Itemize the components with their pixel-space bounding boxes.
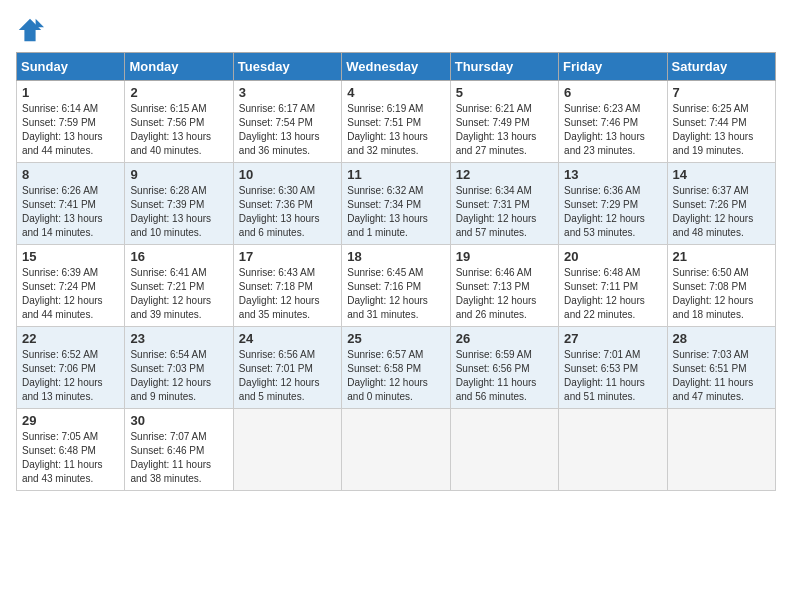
day-info: Sunrise: 6:17 AM Sunset: 7:54 PM Dayligh… <box>239 102 336 158</box>
day-info: Sunrise: 6:41 AM Sunset: 7:21 PM Dayligh… <box>130 266 227 322</box>
day-number: 5 <box>456 85 553 100</box>
day-info: Sunrise: 6:46 AM Sunset: 7:13 PM Dayligh… <box>456 266 553 322</box>
calendar-cell: 2 Sunrise: 6:15 AM Sunset: 7:56 PM Dayli… <box>125 81 233 163</box>
day-number: 21 <box>673 249 770 264</box>
calendar-cell <box>559 409 667 491</box>
day-info: Sunrise: 7:05 AM Sunset: 6:48 PM Dayligh… <box>22 430 119 486</box>
day-number: 22 <box>22 331 119 346</box>
day-number: 19 <box>456 249 553 264</box>
calendar-cell <box>450 409 558 491</box>
calendar-cell: 9 Sunrise: 6:28 AM Sunset: 7:39 PM Dayli… <box>125 163 233 245</box>
calendar-cell: 7 Sunrise: 6:25 AM Sunset: 7:44 PM Dayli… <box>667 81 775 163</box>
calendar-cell: 20 Sunrise: 6:48 AM Sunset: 7:11 PM Dayl… <box>559 245 667 327</box>
day-number: 4 <box>347 85 444 100</box>
logo <box>16 16 48 44</box>
day-number: 17 <box>239 249 336 264</box>
day-number: 12 <box>456 167 553 182</box>
calendar-body: 1 Sunrise: 6:14 AM Sunset: 7:59 PM Dayli… <box>17 81 776 491</box>
day-number: 11 <box>347 167 444 182</box>
day-info: Sunrise: 6:37 AM Sunset: 7:26 PM Dayligh… <box>673 184 770 240</box>
calendar-cell <box>342 409 450 491</box>
day-number: 10 <box>239 167 336 182</box>
calendar-cell: 19 Sunrise: 6:46 AM Sunset: 7:13 PM Dayl… <box>450 245 558 327</box>
day-number: 26 <box>456 331 553 346</box>
calendar-week-5: 29 Sunrise: 7:05 AM Sunset: 6:48 PM Dayl… <box>17 409 776 491</box>
calendar-week-3: 15 Sunrise: 6:39 AM Sunset: 7:24 PM Dayl… <box>17 245 776 327</box>
day-info: Sunrise: 6:36 AM Sunset: 7:29 PM Dayligh… <box>564 184 661 240</box>
weekday-header-monday: Monday <box>125 53 233 81</box>
day-number: 28 <box>673 331 770 346</box>
day-number: 23 <box>130 331 227 346</box>
day-info: Sunrise: 6:50 AM Sunset: 7:08 PM Dayligh… <box>673 266 770 322</box>
calendar-header: SundayMondayTuesdayWednesdayThursdayFrid… <box>17 53 776 81</box>
calendar-cell: 25 Sunrise: 6:57 AM Sunset: 6:58 PM Dayl… <box>342 327 450 409</box>
calendar-cell: 24 Sunrise: 6:56 AM Sunset: 7:01 PM Dayl… <box>233 327 341 409</box>
calendar-cell: 30 Sunrise: 7:07 AM Sunset: 6:46 PM Dayl… <box>125 409 233 491</box>
day-number: 2 <box>130 85 227 100</box>
calendar-cell: 12 Sunrise: 6:34 AM Sunset: 7:31 PM Dayl… <box>450 163 558 245</box>
calendar-cell: 11 Sunrise: 6:32 AM Sunset: 7:34 PM Dayl… <box>342 163 450 245</box>
day-info: Sunrise: 6:39 AM Sunset: 7:24 PM Dayligh… <box>22 266 119 322</box>
day-number: 30 <box>130 413 227 428</box>
calendar-week-1: 1 Sunrise: 6:14 AM Sunset: 7:59 PM Dayli… <box>17 81 776 163</box>
day-info: Sunrise: 6:43 AM Sunset: 7:18 PM Dayligh… <box>239 266 336 322</box>
day-info: Sunrise: 6:57 AM Sunset: 6:58 PM Dayligh… <box>347 348 444 404</box>
day-number: 13 <box>564 167 661 182</box>
day-info: Sunrise: 6:54 AM Sunset: 7:03 PM Dayligh… <box>130 348 227 404</box>
day-number: 20 <box>564 249 661 264</box>
calendar-cell: 22 Sunrise: 6:52 AM Sunset: 7:06 PM Dayl… <box>17 327 125 409</box>
day-number: 1 <box>22 85 119 100</box>
day-info: Sunrise: 6:28 AM Sunset: 7:39 PM Dayligh… <box>130 184 227 240</box>
calendar-cell: 26 Sunrise: 6:59 AM Sunset: 6:56 PM Dayl… <box>450 327 558 409</box>
calendar-cell: 21 Sunrise: 6:50 AM Sunset: 7:08 PM Dayl… <box>667 245 775 327</box>
weekday-header-row: SundayMondayTuesdayWednesdayThursdayFrid… <box>17 53 776 81</box>
calendar-cell: 13 Sunrise: 6:36 AM Sunset: 7:29 PM Dayl… <box>559 163 667 245</box>
calendar-cell: 17 Sunrise: 6:43 AM Sunset: 7:18 PM Dayl… <box>233 245 341 327</box>
day-info: Sunrise: 6:48 AM Sunset: 7:11 PM Dayligh… <box>564 266 661 322</box>
day-info: Sunrise: 6:14 AM Sunset: 7:59 PM Dayligh… <box>22 102 119 158</box>
day-number: 18 <box>347 249 444 264</box>
day-number: 7 <box>673 85 770 100</box>
day-info: Sunrise: 6:25 AM Sunset: 7:44 PM Dayligh… <box>673 102 770 158</box>
calendar-week-2: 8 Sunrise: 6:26 AM Sunset: 7:41 PM Dayli… <box>17 163 776 245</box>
calendar-cell: 28 Sunrise: 7:03 AM Sunset: 6:51 PM Dayl… <box>667 327 775 409</box>
calendar-cell <box>667 409 775 491</box>
calendar-cell: 23 Sunrise: 6:54 AM Sunset: 7:03 PM Dayl… <box>125 327 233 409</box>
day-info: Sunrise: 6:34 AM Sunset: 7:31 PM Dayligh… <box>456 184 553 240</box>
day-info: Sunrise: 6:15 AM Sunset: 7:56 PM Dayligh… <box>130 102 227 158</box>
logo-icon <box>16 16 44 44</box>
calendar-cell: 29 Sunrise: 7:05 AM Sunset: 6:48 PM Dayl… <box>17 409 125 491</box>
day-info: Sunrise: 6:21 AM Sunset: 7:49 PM Dayligh… <box>456 102 553 158</box>
day-number: 27 <box>564 331 661 346</box>
day-number: 29 <box>22 413 119 428</box>
calendar-cell: 8 Sunrise: 6:26 AM Sunset: 7:41 PM Dayli… <box>17 163 125 245</box>
calendar-cell: 27 Sunrise: 7:01 AM Sunset: 6:53 PM Dayl… <box>559 327 667 409</box>
calendar-table: SundayMondayTuesdayWednesdayThursdayFrid… <box>16 52 776 491</box>
day-info: Sunrise: 7:07 AM Sunset: 6:46 PM Dayligh… <box>130 430 227 486</box>
calendar-cell: 6 Sunrise: 6:23 AM Sunset: 7:46 PM Dayli… <box>559 81 667 163</box>
day-info: Sunrise: 7:03 AM Sunset: 6:51 PM Dayligh… <box>673 348 770 404</box>
day-info: Sunrise: 6:30 AM Sunset: 7:36 PM Dayligh… <box>239 184 336 240</box>
day-info: Sunrise: 6:32 AM Sunset: 7:34 PM Dayligh… <box>347 184 444 240</box>
day-number: 16 <box>130 249 227 264</box>
page-header <box>16 16 776 44</box>
weekday-header-saturday: Saturday <box>667 53 775 81</box>
day-info: Sunrise: 6:45 AM Sunset: 7:16 PM Dayligh… <box>347 266 444 322</box>
calendar-cell: 18 Sunrise: 6:45 AM Sunset: 7:16 PM Dayl… <box>342 245 450 327</box>
day-info: Sunrise: 6:59 AM Sunset: 6:56 PM Dayligh… <box>456 348 553 404</box>
calendar-cell: 3 Sunrise: 6:17 AM Sunset: 7:54 PM Dayli… <box>233 81 341 163</box>
weekday-header-wednesday: Wednesday <box>342 53 450 81</box>
svg-marker-1 <box>36 19 44 27</box>
calendar-cell: 1 Sunrise: 6:14 AM Sunset: 7:59 PM Dayli… <box>17 81 125 163</box>
day-info: Sunrise: 6:23 AM Sunset: 7:46 PM Dayligh… <box>564 102 661 158</box>
day-number: 25 <box>347 331 444 346</box>
calendar-cell: 4 Sunrise: 6:19 AM Sunset: 7:51 PM Dayli… <box>342 81 450 163</box>
calendar-cell: 5 Sunrise: 6:21 AM Sunset: 7:49 PM Dayli… <box>450 81 558 163</box>
calendar-cell <box>233 409 341 491</box>
calendar-cell: 15 Sunrise: 6:39 AM Sunset: 7:24 PM Dayl… <box>17 245 125 327</box>
day-info: Sunrise: 6:19 AM Sunset: 7:51 PM Dayligh… <box>347 102 444 158</box>
day-number: 15 <box>22 249 119 264</box>
day-number: 14 <box>673 167 770 182</box>
day-number: 8 <box>22 167 119 182</box>
weekday-header-thursday: Thursday <box>450 53 558 81</box>
